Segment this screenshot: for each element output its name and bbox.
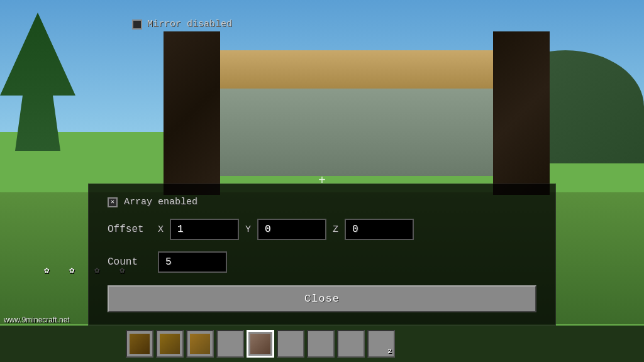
y-axis-label: Y — [245, 224, 251, 235]
hotbar-slot-8[interactable] — [337, 330, 365, 358]
count-row: Count — [108, 251, 536, 273]
offset-y-input[interactable] — [257, 219, 326, 240]
offset-x-input[interactable] — [170, 219, 239, 240]
array-row: Array enabled — [108, 197, 536, 207]
offset-row: Offset X Y Z — [108, 219, 536, 240]
offset-z-input[interactable] — [345, 219, 414, 240]
ui-panel: Array enabled Offset X Y Z Count Close — [88, 184, 556, 326]
slot-count: 2 — [387, 348, 392, 355]
mirror-row: Mirror disabled — [132, 19, 232, 30]
hotbar-slot-4[interactable] — [216, 330, 244, 358]
offset-label: Offset — [108, 224, 152, 235]
hotbar-slot-7[interactable] — [307, 330, 335, 358]
count-label: Count — [108, 256, 152, 268]
structure — [126, 31, 550, 207]
pillar-left — [164, 31, 220, 195]
array-label: Array enabled — [124, 197, 197, 207]
mirror-checkbox[interactable] — [132, 19, 142, 30]
slot-item — [250, 334, 270, 354]
center-structure — [220, 50, 493, 176]
hotbar-slot-2[interactable] — [156, 330, 184, 358]
watermark: www.9minecraft.net — [4, 315, 70, 324]
x-axis-label: X — [158, 224, 164, 235]
flower: ✿ — [44, 265, 52, 277]
array-checkbox[interactable] — [108, 197, 118, 207]
slot-item — [130, 334, 150, 354]
hotbar: 2 — [0, 326, 644, 362]
hotbar-slot-6[interactable] — [277, 330, 304, 358]
slot-item — [160, 334, 180, 354]
z-axis-label: Z — [333, 224, 338, 235]
hotbar-slot-3[interactable] — [186, 330, 214, 358]
close-button[interactable]: Close — [108, 285, 536, 312]
mirror-label: Mirror disabled — [147, 19, 232, 30]
count-input[interactable] — [158, 251, 227, 273]
hotbar-slot-1[interactable] — [126, 330, 153, 358]
pillar-right — [493, 31, 550, 195]
slot-item — [190, 334, 210, 354]
hotbar-slot-9[interactable]: 2 — [367, 330, 395, 358]
flower: ✿ — [69, 265, 77, 277]
hotbar-slot-5[interactable] — [247, 330, 274, 358]
